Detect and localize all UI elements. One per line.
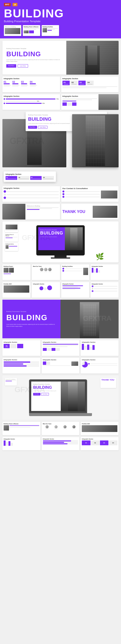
thankyou-preview: THANK YOU <box>100 378 116 388</box>
laptop-btn-2: Learn More <box>41 393 49 396</box>
thankyou-image <box>93 206 117 218</box>
header-title: BUILDING <box>4 8 117 19</box>
infographic-bars-slide: Infographic Section <box>61 282 89 298</box>
lc2-pretitle: Building Presentation Template <box>6 311 57 312</box>
infographic-small-title: Infographic Section <box>92 266 117 267</box>
infographic-3col-6: Infographic Section <box>81 358 118 374</box>
tf-nl-4 <box>72 428 76 429</box>
progress-fill-1 <box>4 362 30 363</box>
v-line-3 <box>10 427 30 428</box>
portfolio-slide: Portfolio 2024 <box>3 282 31 298</box>
h-bar-2 <box>62 286 78 287</box>
num-circle-1: 1 <box>92 286 93 287</box>
info-box-4: 04 <box>86 81 94 85</box>
cover-buttons: Read More Learn More <box>6 64 62 68</box>
tf-nl-1 <box>45 428 49 429</box>
infographic-row-2: Infographic Section 75% 55% 65% <box>3 94 118 110</box>
building-intro-content: Welcome to Building <box>3 204 60 220</box>
team-final-members <box>43 425 78 429</box>
infographic-circles <box>4 190 59 199</box>
team-member-3 <box>48 268 52 272</box>
stat-03: 03 <box>21 81 28 86</box>
3col-inf-2-title: Infographic Section <box>43 342 78 343</box>
cover-left: Building Presentation Template BUILDING … <box>3 41 66 74</box>
infographic-slide-3: Infographic Section 75% 55% 65% <box>3 94 60 110</box>
final-bar-4 <box>11 443 13 446</box>
lc2-right <box>61 300 118 338</box>
location-icon <box>62 196 64 198</box>
infographic-small-slide: Infographic Section <box>90 264 118 280</box>
name-line-1 <box>40 272 43 272</box>
phone-line <box>65 191 100 192</box>
building-shape <box>85 46 100 74</box>
numbered-list: 1 2 3 <box>92 286 117 292</box>
facilities-icons <box>62 268 83 275</box>
infographic-num-title: Infographic Section <box>92 283 117 285</box>
infographic-circles-slide: Infographic Section <box>32 282 60 298</box>
name-line-3 <box>48 272 52 272</box>
building-intro-text: Welcome to Building <box>25 204 60 220</box>
progress-1 <box>4 362 39 363</box>
thankyou-row: Welcome to Building THANK YOU <box>3 204 118 220</box>
building-tall <box>80 302 99 338</box>
monitor-container: Building Presentation Template BUILDING … <box>36 225 85 258</box>
fp-1 <box>43 440 78 442</box>
laptop-screen-display: Building Presentation Template BUILDING … <box>31 382 85 411</box>
laptop-p1-label: Contact & Consultation <box>6 378 16 380</box>
location-line <box>65 196 100 197</box>
final-progress-bars <box>43 440 78 444</box>
bottom-infographic-slide: Infographic Section 01 02 03 04 <box>4 172 56 182</box>
laptop-btn-1: Read More <box>33 393 40 396</box>
circle-chart <box>33 286 59 290</box>
monitor-screen: Building Presentation Template BUILDING … <box>38 227 83 250</box>
final-boxes: 01 02 03 04 <box>82 440 117 445</box>
legend-line-2 <box>90 365 117 366</box>
thankyou-text-area: THANK YOU <box>62 210 85 214</box>
infographic-boxes: 01 02 03 04 <box>6 176 54 180</box>
proj-img-1 <box>4 268 9 272</box>
side-preview-3: Building Facilities <box>5 243 18 251</box>
header-preview-1: Welcome to Building <box>4 25 21 36</box>
thankyou-title: THANK YOU <box>62 210 85 214</box>
stat-04: 04 <box>30 81 37 86</box>
infographic-3col-2: Infographic Section <box>42 340 80 356</box>
num-item-2: 2 <box>92 288 117 290</box>
inf-box-2: 02 <box>18 176 30 180</box>
cover-slide: Building Presentation Template BUILDING … <box>3 41 118 74</box>
contact-title: Our Contact & Consultation <box>62 188 117 190</box>
facilities-slide: Building Facilities <box>61 264 89 280</box>
contact-row: Infographic Section Our Contact & Consul… <box>3 186 118 202</box>
icon-badge: 15 <box>13 3 18 6</box>
overlay-btn2[interactable]: Learn More <box>38 126 48 129</box>
vision-img <box>4 425 9 430</box>
circle-row-1 <box>4 190 59 193</box>
fac-row-1 <box>62 268 83 270</box>
laptop-building <box>61 382 85 411</box>
large-cover-2-section: Building Presentation Template BUILDING … <box>3 300 118 338</box>
project-title: Building Project <box>4 266 29 267</box>
proj-bar <box>4 274 11 274</box>
monitor-mockup-section: Building Presentation Template BUILDING … <box>3 222 118 262</box>
small-box-2 <box>47 348 51 351</box>
three-col-row-2: Infographic Section Infographic Section <box>3 358 118 374</box>
right-building-image <box>72 114 118 167</box>
vision-final-slide: Building Vision & Mission <box>3 422 40 435</box>
learn-more-btn[interactable]: Learn More <box>18 64 28 68</box>
final-box-p-2: 03 <box>100 440 108 445</box>
read-more-btn[interactable]: Read More <box>6 64 16 68</box>
fac-img <box>83 268 88 275</box>
team-final-title: Meet Our Team <box>43 423 78 424</box>
i5-box-1 <box>43 362 46 365</box>
inf-5-title: Infographic Section <box>43 359 78 360</box>
small-slides-row-2: Portfolio 2024 Infographic Section Infog… <box>3 282 118 298</box>
portfolio-title: Portfolio 2024 <box>4 283 29 285</box>
circle-row-3 <box>4 196 59 199</box>
portfolio-final-title: Portfolio 2024 <box>82 423 117 424</box>
final-box-p-1: 01 <box>82 440 90 445</box>
info-box-1: 01 <box>62 81 70 85</box>
h-bar-3 <box>62 288 80 288</box>
overlay-btn1[interactable]: Read More <box>28 126 37 129</box>
fac-line-2 <box>65 271 83 271</box>
info-content-lines <box>62 98 97 102</box>
infographic-3col-5: Infographic Section <box>42 358 80 374</box>
